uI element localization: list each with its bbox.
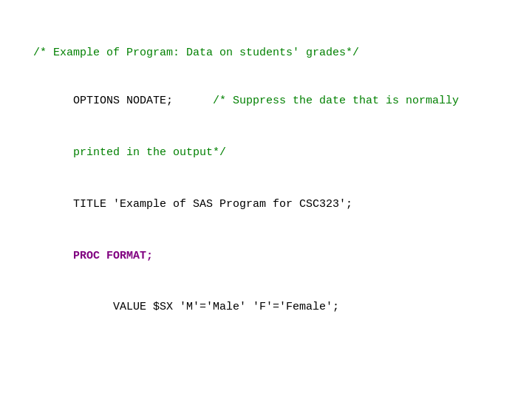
code-line-printed: printed in the output*/ (33, 127, 499, 179)
code-block: OPTIONS NODATE; /* Suppress the date tha… (33, 75, 499, 333)
code-line-value: VALUE $SX 'M'='Male' 'F'='Female'; (33, 282, 499, 333)
options-comment-part1: /* Suppress the date that is normally (213, 95, 459, 107)
value-statement: VALUE $SX 'M'='Male' 'F'='Female'; (73, 301, 339, 313)
code-line-proc: PROC FORMAT; (33, 230, 499, 282)
code-line-title: TITLE 'Example of SAS Program for CSC323… (33, 179, 499, 231)
header-comment: /* Example of Program: Data on students'… (33, 44, 499, 62)
code-container: /* Example of Program: Data on students'… (0, 0, 532, 363)
format-keyword: FORMAT; (106, 250, 153, 262)
code-line-options: OPTIONS NODATE; /* Suppress the date tha… (33, 75, 499, 127)
options-keyword: OPTIONS NODATE; (73, 95, 213, 107)
options-comment-part2: printed in the output*/ (73, 146, 226, 159)
proc-keyword: PROC (73, 250, 106, 262)
title-statement: TITLE 'Example of SAS Program for CSC323… (73, 198, 352, 211)
